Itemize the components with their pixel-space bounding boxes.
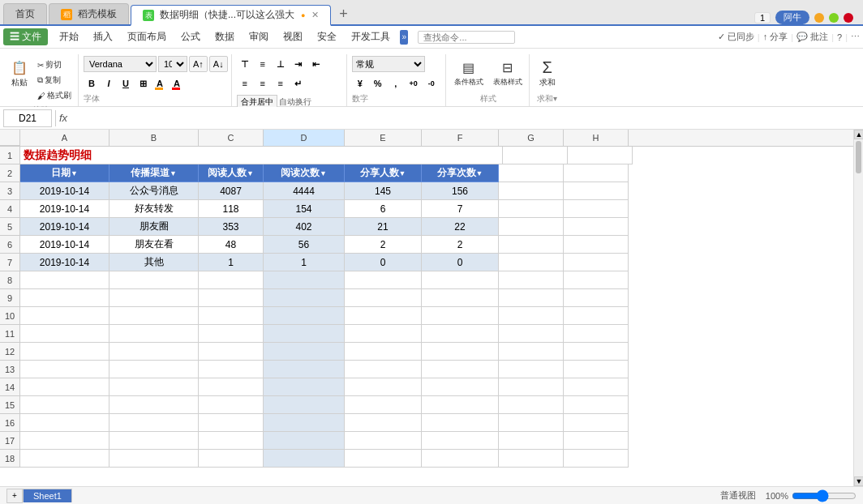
- cell-12-6[interactable]: [499, 343, 564, 361]
- menu-review[interactable]: 审阅: [243, 28, 275, 45]
- header-date[interactable]: 日期 ▼: [20, 164, 109, 182]
- cell-6A[interactable]: 2019-10-14: [20, 236, 109, 254]
- increase-decimal-btn[interactable]: +0: [406, 75, 422, 92]
- sync-label[interactable]: ✓ 已同步: [718, 31, 754, 43]
- cell-18-2[interactable]: [199, 450, 264, 468]
- cell-17-7[interactable]: [564, 432, 629, 450]
- cell-6E[interactable]: 2: [345, 236, 422, 254]
- cell-11-6[interactable]: [499, 325, 564, 343]
- cell-7F[interactable]: 0: [422, 254, 499, 271]
- col-header-F[interactable]: F: [422, 130, 499, 146]
- cell-7H[interactable]: [564, 254, 629, 271]
- number-format-select[interactable]: 常规: [352, 56, 425, 72]
- menu-security[interactable]: 安全: [311, 28, 343, 45]
- cell-5F[interactable]: 22: [422, 218, 499, 236]
- col-header-G[interactable]: G: [499, 130, 564, 146]
- col-header-E[interactable]: E: [345, 130, 422, 146]
- cell-12-4[interactable]: [345, 343, 422, 361]
- cell-18-7[interactable]: [564, 450, 629, 468]
- cell-4C[interactable]: 118: [199, 200, 264, 218]
- row-header-6[interactable]: 6: [0, 236, 20, 254]
- font-size-select[interactable]: 10: [158, 56, 187, 72]
- fill-color-btn[interactable]: A: [152, 75, 168, 92]
- col-header-B[interactable]: B: [109, 130, 199, 146]
- cell-18-1[interactable]: [109, 450, 199, 468]
- row-header-2[interactable]: 2: [0, 164, 20, 182]
- cell-10-6[interactable]: [499, 307, 564, 325]
- cell-5A[interactable]: 2019-10-14: [20, 218, 109, 236]
- vertical-scrollbar[interactable]: ▲ ▼: [853, 130, 863, 486]
- bold-btn[interactable]: B: [84, 75, 100, 92]
- scroll-down-btn[interactable]: ▼: [854, 476, 863, 486]
- cell-17-1[interactable]: [109, 432, 199, 450]
- row-header-14[interactable]: 14: [0, 378, 20, 396]
- cell-17-5[interactable]: [422, 432, 499, 450]
- header-sharers[interactable]: 分享人数 ▼: [345, 164, 422, 182]
- cell-9-1[interactable]: [109, 289, 199, 307]
- add-sheet-btn[interactable]: +: [6, 489, 23, 503]
- cell-8-4[interactable]: [345, 271, 422, 289]
- cell-11-4[interactable]: [345, 325, 422, 343]
- zoom-slider[interactable]: [792, 489, 857, 502]
- col-header-H[interactable]: H: [564, 130, 629, 146]
- cell-10-4[interactable]: [345, 307, 422, 325]
- cell-16-0[interactable]: [20, 414, 109, 432]
- search-input[interactable]: [418, 31, 515, 44]
- cell-15-2[interactable]: [199, 396, 264, 414]
- cell-4D[interactable]: 154: [264, 200, 345, 218]
- cell-17-2[interactable]: [199, 432, 264, 450]
- cell-14-3[interactable]: [264, 378, 345, 396]
- cell-4G[interactable]: [499, 200, 564, 218]
- help-btn[interactable]: ?: [837, 32, 842, 42]
- cell-10-2[interactable]: [199, 307, 264, 325]
- copy-button[interactable]: ⧉ 复制: [34, 73, 75, 88]
- row-header-10[interactable]: 10: [0, 307, 20, 325]
- row-header-3[interactable]: 3: [0, 182, 20, 200]
- menu-view[interactable]: 视图: [277, 28, 309, 45]
- cell-15-3[interactable]: [264, 396, 345, 414]
- indent-left-btn[interactable]: ⇤: [308, 56, 324, 72]
- cell-17-0[interactable]: [20, 432, 109, 450]
- cell-5G[interactable]: [499, 218, 564, 236]
- align-center-btn[interactable]: ≡: [255, 75, 271, 92]
- cell-9-4[interactable]: [345, 289, 422, 307]
- cell-13-0[interactable]: [20, 361, 109, 378]
- font-family-select[interactable]: Verdana: [84, 56, 157, 72]
- row-header-13[interactable]: 13: [0, 361, 20, 378]
- cell-12-5[interactable]: [422, 343, 499, 361]
- cell-7C[interactable]: 1: [199, 254, 264, 271]
- row-header-12[interactable]: 12: [0, 343, 20, 361]
- row-header-5[interactable]: 5: [0, 218, 20, 236]
- cell-10-3[interactable]: [264, 307, 345, 325]
- align-bottom-btn[interactable]: ⊥: [273, 56, 289, 72]
- cell-5B[interactable]: 朋友圈: [109, 218, 199, 236]
- percent-btn[interactable]: %: [370, 75, 386, 92]
- cell-3D[interactable]: 4444: [264, 182, 345, 200]
- cell-11-7[interactable]: [564, 325, 629, 343]
- col-header-A[interactable]: A: [20, 130, 109, 146]
- row-header-7[interactable]: 7: [0, 254, 20, 271]
- header-readers[interactable]: 阅读人数 ▼: [199, 164, 264, 182]
- table-style-btn[interactable]: ⊟ 表格样式: [490, 56, 526, 89]
- cell-11-2[interactable]: [199, 325, 264, 343]
- cell-6B[interactable]: 朋友在看: [109, 236, 199, 254]
- paste-button[interactable]: 📋 粘贴: [6, 56, 32, 90]
- cell-6D[interactable]: 56: [264, 236, 345, 254]
- cell-6F[interactable]: 2: [422, 236, 499, 254]
- cell-7G[interactable]: [499, 254, 564, 271]
- cell-10-5[interactable]: [422, 307, 499, 325]
- header-reads[interactable]: 阅读次数 ▼: [264, 164, 345, 182]
- cell-14-4[interactable]: [345, 378, 422, 396]
- cell-8-6[interactable]: [499, 271, 564, 289]
- row-header-8[interactable]: 8: [0, 271, 20, 289]
- row-header-18[interactable]: 18: [0, 450, 20, 468]
- cell-14-7[interactable]: [564, 378, 629, 396]
- cell-14-6[interactable]: [499, 378, 564, 396]
- cell-15-4[interactable]: [345, 396, 422, 414]
- add-tab-button[interactable]: +: [333, 3, 354, 24]
- cell-4E[interactable]: 6: [345, 200, 422, 218]
- cell-4F[interactable]: 7: [422, 200, 499, 218]
- cell-2G[interactable]: [499, 164, 564, 182]
- row-header-16[interactable]: 16: [0, 414, 20, 432]
- cell-9-5[interactable]: [422, 289, 499, 307]
